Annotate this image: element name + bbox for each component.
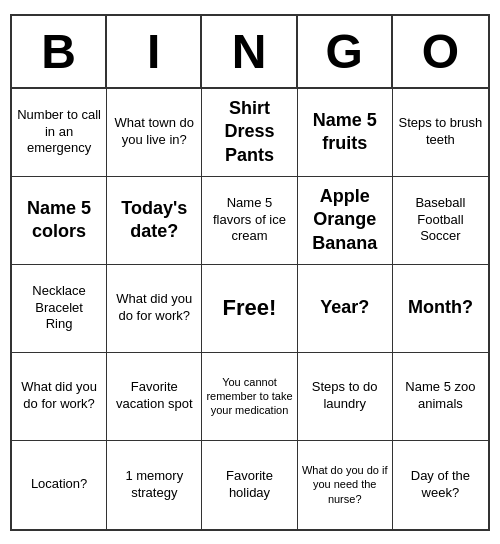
bingo-cell-5: Name 5 colors [12, 177, 107, 265]
bingo-cell-20: Location? [12, 441, 107, 529]
bingo-letter-g: G [298, 16, 393, 87]
bingo-cell-3: Name 5 fruits [298, 89, 393, 177]
bingo-cell-13: Year? [298, 265, 393, 353]
bingo-letter-i: I [107, 16, 202, 87]
bingo-cell-17: You cannot remember to take your medicat… [202, 353, 297, 441]
bingo-cell-2: ShirtDressPants [202, 89, 297, 177]
bingo-cell-19: Name 5 zoo animals [393, 353, 488, 441]
bingo-cell-9: BaseballFootballSoccer [393, 177, 488, 265]
bingo-letter-o: O [393, 16, 488, 87]
bingo-cell-18: Steps to do laundry [298, 353, 393, 441]
bingo-cell-22: Favorite holiday [202, 441, 297, 529]
bingo-cell-24: Day of the week? [393, 441, 488, 529]
bingo-cell-15: What did you do for work? [12, 353, 107, 441]
bingo-cell-10: NecklaceBraceletRing [12, 265, 107, 353]
bingo-letter-n: N [202, 16, 297, 87]
bingo-cell-11: What did you do for work? [107, 265, 202, 353]
bingo-cell-4: Steps to brush teeth [393, 89, 488, 177]
bingo-cell-16: Favorite vacation spot [107, 353, 202, 441]
bingo-cell-14: Month? [393, 265, 488, 353]
bingo-cell-21: 1 memory strategy [107, 441, 202, 529]
bingo-header: BINGO [12, 16, 488, 89]
bingo-cell-0: Number to call in an emergency [12, 89, 107, 177]
bingo-cell-12: Free! [202, 265, 297, 353]
bingo-card: BINGO Number to call in an emergencyWhat… [10, 14, 490, 531]
bingo-grid: Number to call in an emergencyWhat town … [12, 89, 488, 529]
bingo-cell-1: What town do you live in? [107, 89, 202, 177]
bingo-cell-7: Name 5 flavors of ice cream [202, 177, 297, 265]
bingo-letter-b: B [12, 16, 107, 87]
bingo-cell-6: Today's date? [107, 177, 202, 265]
bingo-cell-8: AppleOrangeBanana [298, 177, 393, 265]
bingo-cell-23: What do you do if you need the nurse? [298, 441, 393, 529]
